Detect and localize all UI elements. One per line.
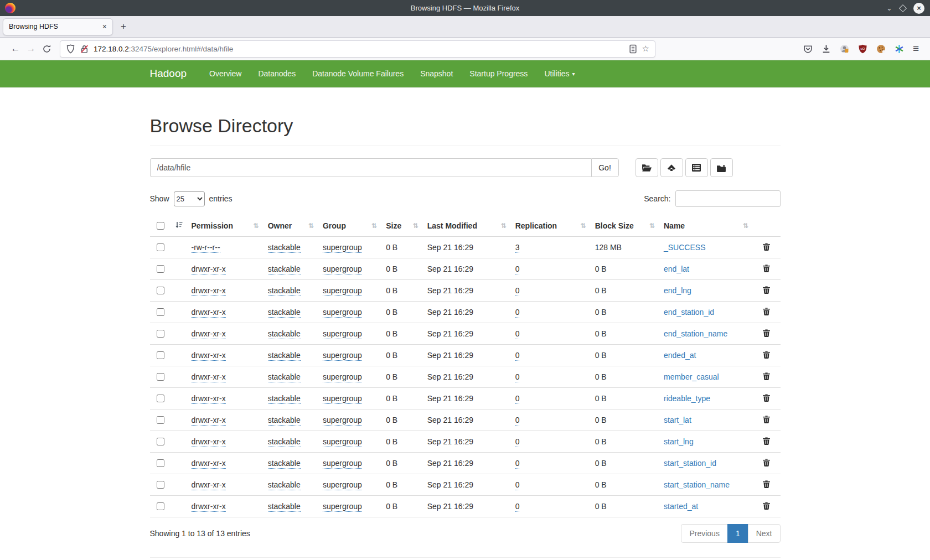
pocket-icon[interactable] — [803, 44, 813, 54]
go-button[interactable]: Go! — [591, 158, 619, 177]
file-name-link[interactable]: rideable_type — [664, 394, 710, 403]
permission-value[interactable]: drwxr-xr-x — [192, 286, 226, 296]
permission-value[interactable]: drwxr-xr-x — [192, 394, 226, 404]
file-name-link[interactable]: started_at — [664, 502, 698, 511]
permission-value[interactable]: drwxr-xr-x — [192, 416, 226, 426]
row-checkbox[interactable] — [157, 373, 164, 381]
select-all-checkbox[interactable] — [157, 222, 164, 230]
row-checkbox[interactable] — [157, 265, 164, 273]
delete-button[interactable] — [763, 480, 770, 488]
search-input[interactable] — [675, 190, 781, 207]
bookmark-star-icon[interactable]: ☆ — [642, 44, 649, 54]
sort-both-icon[interactable]: ⇅ — [371, 222, 377, 230]
ublock-origin-icon[interactable]: uO — [858, 44, 867, 54]
delete-button[interactable] — [763, 437, 770, 445]
nav-item-startup-progress[interactable]: Startup Progress — [461, 69, 536, 78]
reload-button[interactable] — [39, 41, 54, 56]
delete-button[interactable] — [763, 351, 770, 359]
sort-both-icon[interactable]: ⇅ — [413, 222, 418, 230]
header-permission[interactable]: Permission⇅ — [187, 215, 264, 237]
permission-value[interactable]: drwxr-xr-x — [192, 502, 226, 512]
row-checkbox[interactable] — [157, 308, 164, 316]
url-text[interactable]: 172.18.0.2:32475/explorer.html#/data/hfi… — [94, 45, 624, 53]
owner-value[interactable]: stackable — [268, 502, 301, 512]
owner-value[interactable]: stackable — [268, 416, 301, 426]
sort-both-icon[interactable]: ⇅ — [743, 222, 748, 230]
group-value[interactable]: supergroup — [323, 351, 362, 361]
owner-value[interactable]: stackable — [268, 372, 301, 382]
replication-value[interactable]: 0 — [515, 329, 520, 339]
file-name-link[interactable]: end_station_name — [664, 329, 727, 338]
file-name-link[interactable]: end_lng — [664, 286, 691, 295]
permission-value[interactable]: drwxr-xr-x — [192, 308, 226, 318]
sort-both-icon[interactable]: ⇅ — [308, 222, 314, 230]
window-minimize-icon[interactable]: ⌄ — [886, 4, 892, 12]
delete-button[interactable] — [763, 372, 770, 380]
replication-value[interactable]: 0 — [515, 437, 520, 447]
owner-value[interactable]: stackable — [268, 351, 301, 361]
open-folder-button[interactable] — [636, 158, 658, 177]
header-size[interactable]: Size⇅ — [381, 215, 423, 237]
file-list-button[interactable] — [685, 158, 708, 177]
file-name-link[interactable]: member_casual — [664, 372, 719, 381]
group-value[interactable]: supergroup — [323, 265, 362, 274]
sort-both-icon[interactable]: ⇅ — [501, 222, 507, 230]
owner-value[interactable]: stackable — [268, 286, 301, 296]
owner-value[interactable]: stackable — [268, 308, 301, 318]
owner-value[interactable]: stackable — [268, 480, 301, 490]
owner-value[interactable]: stackable — [268, 329, 301, 339]
header-last-modified[interactable]: Last Modified⇅ — [423, 215, 511, 237]
row-checkbox[interactable] — [157, 351, 164, 359]
owner-value[interactable]: stackable — [268, 459, 301, 469]
permission-value[interactable]: drwxr-xr-x — [192, 459, 226, 469]
header-replication[interactable]: Replication⇅ — [511, 215, 591, 237]
sort-both-icon[interactable]: ⇅ — [581, 222, 586, 230]
page-size-select[interactable]: 25 — [174, 191, 205, 206]
upload-file-button[interactable] — [660, 158, 683, 177]
row-checkbox[interactable] — [157, 395, 164, 402]
nav-item-utilities[interactable]: Utilities▾ — [536, 69, 583, 78]
group-value[interactable]: supergroup — [323, 437, 362, 447]
delete-button[interactable] — [763, 286, 770, 294]
permission-value[interactable]: drwxr-xr-x — [192, 265, 226, 274]
reader-mode-icon[interactable] — [628, 44, 638, 54]
tracking-shield-icon[interactable] — [66, 44, 75, 54]
sort-both-icon[interactable]: ⇅ — [254, 222, 259, 230]
header-owner[interactable]: Owner⇅ — [264, 215, 318, 237]
replication-value[interactable]: 0 — [515, 308, 520, 318]
owner-value[interactable]: stackable — [268, 394, 301, 404]
hamburger-menu-icon[interactable]: ≡ — [913, 43, 919, 55]
hadoop-brand[interactable]: Hadoop — [150, 68, 202, 80]
sort-both-icon[interactable]: ⇅ — [649, 222, 655, 230]
delete-button[interactable] — [763, 459, 770, 466]
replication-value[interactable]: 0 — [515, 502, 520, 512]
replication-value[interactable]: 0 — [515, 480, 520, 490]
previous-page-button[interactable]: Previous — [681, 524, 727, 543]
group-value[interactable]: supergroup — [323, 416, 362, 426]
group-value[interactable]: supergroup — [323, 394, 362, 404]
file-name-link[interactable]: ended_at — [664, 351, 696, 360]
replication-value[interactable]: 3 — [515, 243, 520, 253]
replication-value[interactable]: 0 — [515, 394, 520, 404]
tab-browsing-hdfs[interactable]: Browsing HDFS × — [3, 18, 113, 35]
delete-button[interactable] — [763, 308, 770, 315]
permission-value[interactable]: drwxr-xr-x — [192, 480, 226, 490]
replication-value[interactable]: 0 — [515, 459, 520, 469]
file-name-link[interactable]: start_station_name — [664, 480, 730, 489]
permission-value[interactable]: drwxr-xr-x — [192, 351, 226, 361]
permission-value[interactable]: -rw-r--r-- — [192, 243, 220, 253]
replication-value[interactable]: 0 — [515, 286, 520, 296]
delete-button[interactable] — [763, 243, 770, 251]
group-value[interactable]: supergroup — [323, 502, 362, 512]
file-name-link[interactable]: start_lng — [664, 437, 694, 446]
directory-path-input[interactable] — [150, 158, 591, 177]
window-maximize-icon[interactable] — [899, 4, 907, 12]
url-bar[interactable]: 172.18.0.2:32475/explorer.html#/data/hfi… — [60, 40, 655, 58]
replication-value[interactable]: 0 — [515, 416, 520, 426]
header-block-size[interactable]: Block Size⇅ — [591, 215, 659, 237]
delete-button[interactable] — [763, 394, 770, 402]
nav-item-overview[interactable]: Overview — [201, 69, 250, 78]
permission-value[interactable]: drwxr-xr-x — [192, 329, 226, 339]
owner-value[interactable]: stackable — [268, 243, 301, 253]
delete-button[interactable] — [763, 502, 770, 510]
